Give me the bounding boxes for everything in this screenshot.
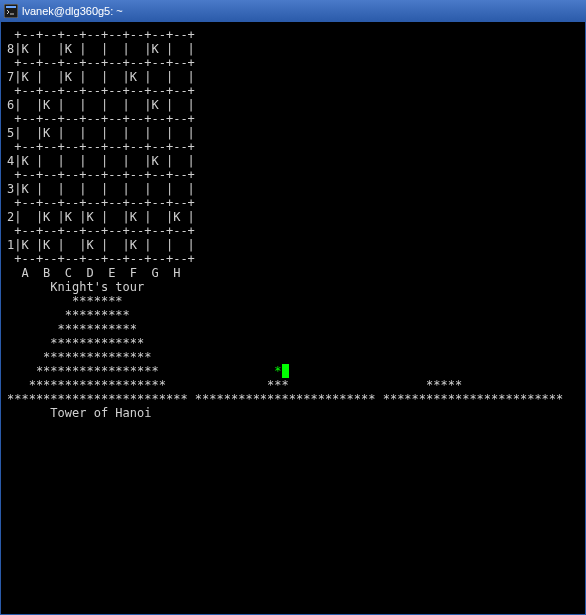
terminal-line: 2| |K |K |K | |K | |K | xyxy=(7,210,579,224)
terminal-line: 5| |K | | | | | | | xyxy=(7,126,579,140)
terminal-line: ******************* *** ***** xyxy=(7,378,579,392)
terminal-cursor xyxy=(282,364,289,378)
terminal-line: ************************* **************… xyxy=(7,392,579,406)
terminal-line: +--+--+--+--+--+--+--+--+ xyxy=(7,196,579,210)
terminal-line: +--+--+--+--+--+--+--+--+ xyxy=(7,56,579,70)
terminal-line: +--+--+--+--+--+--+--+--+ xyxy=(7,224,579,238)
terminal-line: *********** xyxy=(7,322,579,336)
terminal-line: 8|K | |K | | | |K | | xyxy=(7,42,579,56)
terminal-line: ************* xyxy=(7,336,579,350)
terminal-line: +--+--+--+--+--+--+--+--+ xyxy=(7,252,579,266)
terminal-line: Knight's tour xyxy=(7,280,579,294)
terminal-line: +--+--+--+--+--+--+--+--+ xyxy=(7,28,579,42)
terminal-line: +--+--+--+--+--+--+--+--+ xyxy=(7,168,579,182)
terminal-line: 7|K | |K | | |K | | | xyxy=(7,70,579,84)
terminal-line: ******* xyxy=(7,294,579,308)
terminal-line: 3|K | | | | | | | | xyxy=(7,182,579,196)
svg-rect-1 xyxy=(6,6,16,8)
terminal-line: *************** xyxy=(7,350,579,364)
titlebar[interactable]: lvanek@dlg360g5: ~ xyxy=(0,0,586,22)
terminal-icon xyxy=(4,4,18,18)
terminal-line: 1|K |K | |K | |K | | | xyxy=(7,238,579,252)
terminal-line: ***************** * xyxy=(7,364,579,378)
window-title: lvanek@dlg360g5: ~ xyxy=(22,5,123,17)
terminal-line: Tower of Hanoi xyxy=(7,406,579,420)
terminal-output[interactable]: +--+--+--+--+--+--+--+--+8|K | |K | | | … xyxy=(0,22,586,615)
terminal-window: lvanek@dlg360g5: ~ +--+--+--+--+--+--+--… xyxy=(0,0,586,615)
terminal-line: A B C D E F G H xyxy=(7,266,579,280)
terminal-line: ********* xyxy=(7,308,579,322)
terminal-line: 6| |K | | | | |K | | xyxy=(7,98,579,112)
terminal-line: +--+--+--+--+--+--+--+--+ xyxy=(7,84,579,98)
terminal-line: 4|K | | | | | |K | | xyxy=(7,154,579,168)
terminal-line: +--+--+--+--+--+--+--+--+ xyxy=(7,140,579,154)
terminal-line: +--+--+--+--+--+--+--+--+ xyxy=(7,112,579,126)
